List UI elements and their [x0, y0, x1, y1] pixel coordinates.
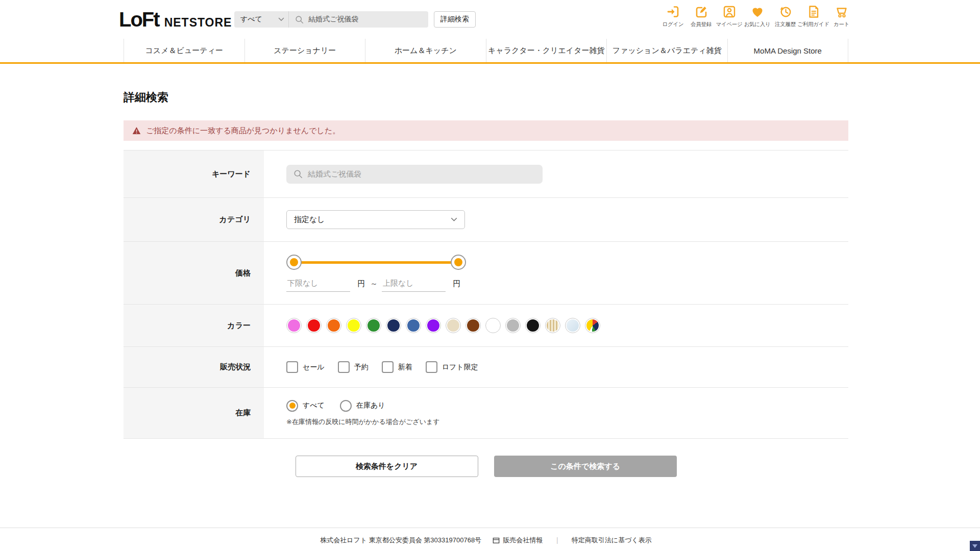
category-value: 指定なし — [294, 215, 325, 224]
color-swatch-green[interactable] — [366, 318, 381, 333]
color-swatch-multicolor[interactable] — [585, 318, 600, 333]
radio-stock-all-dot[interactable] — [286, 400, 298, 412]
error-message: ご指定の条件に一致する商品が見つかりませんでした。 — [146, 126, 340, 136]
nav-item-moma[interactable]: MoMA Design Store — [727, 39, 849, 62]
price-row: 価格 下限なし 円 ～ 上限なし 円 — [124, 242, 848, 305]
register-button[interactable]: 会員登録 — [687, 5, 715, 28]
category-nav: コスメ＆ビューティー ステーショナリー ホーム＆キッチン キャラクター・クリエイ… — [0, 39, 980, 64]
search-icon — [295, 15, 304, 24]
price-max-input[interactable]: 上限なし — [382, 277, 446, 292]
login-icon — [666, 5, 680, 19]
checkbox-loft-limited[interactable]: ロフト限定 — [426, 361, 478, 373]
chevron-down-icon — [451, 217, 457, 222]
sales-status-row: 販売状況 セール 予約 新着 — [124, 347, 848, 388]
color-swatch-beige[interactable] — [446, 318, 461, 333]
keyword-input[interactable]: 結婚式ご祝儀袋 — [286, 165, 543, 184]
checkbox-new-box[interactable] — [382, 361, 394, 373]
clear-conditions-button[interactable]: 検索条件をクリア — [296, 456, 478, 477]
nav-item-stationery[interactable]: ステーショナリー — [244, 39, 365, 62]
color-swatch-pink[interactable] — [286, 318, 302, 333]
heart-icon — [750, 5, 765, 19]
detail-search-button[interactable]: 詳細検索 — [434, 11, 476, 28]
color-swatch-yellow[interactable] — [346, 318, 361, 333]
radio-stock-all[interactable]: すべて — [286, 400, 325, 412]
category-row: カテゴリ 指定なし — [124, 198, 848, 242]
checkbox-sale-box[interactable] — [286, 361, 298, 373]
warning-icon — [132, 127, 141, 135]
order-history-label: 注文履歴 — [775, 21, 796, 28]
checkbox-reservation-box[interactable] — [338, 361, 350, 373]
keyword-value: 結婚式ご祝儀袋 — [308, 169, 361, 179]
order-history-button[interactable]: 注文履歴 — [771, 5, 799, 28]
header-icon-menu: ログイン 会員登録 マイページ お気に入り 注文履歴 ご利用ガイド カート — [659, 5, 855, 28]
color-row: カラー — [124, 305, 848, 347]
radio-stock-available-dot[interactable] — [340, 400, 352, 412]
search-scope-select[interactable]: すべて — [234, 11, 289, 28]
category-select[interactable]: 指定なし — [286, 210, 465, 229]
search-icon — [293, 169, 303, 179]
error-banner: ご指定の条件に一致する商品が見つかりませんでした。 — [124, 120, 848, 141]
search-with-conditions-button[interactable]: この条件で検索する — [494, 456, 677, 477]
checkbox-loft-limited-box[interactable] — [426, 361, 437, 373]
site-header: LoFt NETSTORE すべて 結婚式ご祝儀袋 詳細検索 ログイン 会員登録… — [0, 0, 980, 39]
stock-note: ※在庫情報の反映に時間がかかる場合がございます — [286, 417, 848, 427]
favorites-button[interactable]: お気に入り — [743, 5, 771, 28]
color-swatch-orange[interactable] — [326, 318, 341, 333]
cart-button[interactable]: カート — [827, 5, 855, 28]
site-footer: 株式会社ロフト 東京都公安委員会 第303319700768号 販売会社情報 ｜… — [0, 528, 980, 551]
keyword-label: キーワード — [124, 151, 264, 197]
checkbox-new-label: 新着 — [398, 363, 412, 372]
store-icon — [493, 537, 500, 544]
nav-item-cosme[interactable]: コスメ＆ビューティー — [124, 39, 244, 62]
search-form: キーワード 結婚式ご祝儀袋 カテゴリ 指定なし 価格 — [124, 150, 848, 439]
color-swatch-black[interactable] — [525, 318, 541, 333]
mypage-label: マイページ — [716, 21, 743, 28]
color-swatch-purple[interactable] — [426, 318, 441, 333]
radio-stock-available[interactable]: 在庫あり — [340, 400, 385, 412]
scrollbar-down-button[interactable] — [970, 541, 980, 551]
login-label: ログイン — [663, 21, 684, 28]
main-content: 詳細検索 ご指定の条件に一致する商品が見つかりませんでした。 キーワード 結婚式… — [124, 90, 848, 477]
history-clock-icon — [778, 5, 793, 19]
price-min-input[interactable]: 下限なし — [286, 277, 350, 292]
header-search: すべて 結婚式ご祝儀袋 詳細検索 — [234, 11, 476, 28]
slider-handle-max[interactable] — [451, 255, 466, 270]
category-label: カテゴリ — [124, 198, 264, 241]
color-swatch-gray[interactable] — [505, 318, 521, 333]
search-scope-value: すべて — [240, 15, 262, 24]
guide-button[interactable]: ご利用ガイド — [799, 5, 827, 28]
footer-company-text: 株式会社ロフト 東京都公安委員会 第303319700768号 — [320, 536, 481, 545]
color-swatch-red[interactable] — [306, 318, 322, 333]
color-swatch-white[interactable] — [485, 318, 501, 333]
nav-item-fashion[interactable]: ファッション＆バラエティ雑貨 — [606, 39, 727, 62]
page-title: 詳細検索 — [124, 90, 848, 105]
color-swatch-gold[interactable] — [545, 318, 560, 333]
nav-item-character[interactable]: キャラクター・クリエイター雑貨 — [486, 39, 607, 62]
price-min-unit: 円 — [357, 279, 365, 289]
color-swatch-brown[interactable] — [465, 318, 481, 333]
keyword-row: キーワード 結婚式ご祝儀袋 — [124, 151, 848, 198]
site-logo[interactable]: LoFt NETSTORE — [119, 8, 232, 31]
scroll-down-arrow-icon — [972, 544, 977, 548]
commercial-law-label: 特定商取引法に基づく表示 — [572, 536, 652, 545]
search-input[interactable]: 結婚式ご祝儀袋 — [289, 11, 428, 28]
checkbox-loft-limited-label: ロフト限定 — [442, 363, 478, 372]
color-swatch-navy[interactable] — [386, 318, 401, 333]
search-query-value: 結婚式ご祝儀袋 — [308, 15, 358, 24]
checkbox-sale[interactable]: セール — [286, 361, 325, 373]
commercial-law-link[interactable]: 特定商取引法に基づく表示 — [572, 536, 652, 545]
checkbox-reservation[interactable]: 予約 — [338, 361, 369, 373]
chevron-down-icon — [278, 17, 284, 21]
color-swatch-blue[interactable] — [406, 318, 421, 333]
slider-handle-min[interactable] — [286, 255, 302, 270]
login-button[interactable]: ログイン — [659, 5, 687, 28]
checkbox-new[interactable]: 新着 — [382, 361, 412, 373]
nav-item-home-kitchen[interactable]: ホーム＆キッチン — [365, 39, 486, 62]
mypage-button[interactable]: マイページ — [715, 5, 743, 28]
color-swatch-silver[interactable] — [565, 318, 580, 333]
favorites-label: お気に入り — [744, 21, 771, 28]
footer-divider: ｜ — [554, 536, 560, 545]
seller-info-link[interactable]: 販売会社情報 — [493, 536, 543, 545]
guide-label: ご利用ガイド — [797, 21, 829, 28]
color-swatches — [286, 318, 848, 333]
